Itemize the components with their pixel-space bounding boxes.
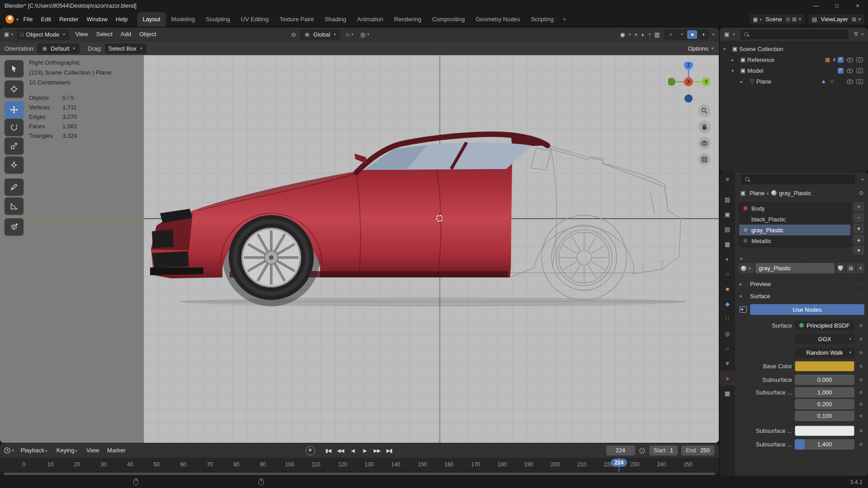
workspace-tab-compositing[interactable]: Compositing bbox=[427, 12, 470, 27]
workspace-tab-texture-paint[interactable]: Texture Paint bbox=[274, 12, 319, 27]
camera-view-button[interactable] bbox=[698, 137, 711, 150]
decorator-dot[interactable] bbox=[857, 351, 864, 354]
menu-edit[interactable]: Edit bbox=[37, 14, 55, 25]
jump-to-start-button[interactable]: ▮◀ bbox=[323, 445, 334, 456]
properties-tab-tool[interactable]: ▨ bbox=[720, 192, 735, 207]
disable-render-icon[interactable] bbox=[856, 68, 863, 73]
outliner-search-input[interactable] bbox=[741, 29, 849, 39]
subsurface-ior-slider[interactable]: 1.400 bbox=[795, 439, 854, 450]
transform-orientation-dropdown[interactable]: ⊕ Global ▾ bbox=[300, 29, 340, 40]
properties-tab-object[interactable]: ■ bbox=[720, 282, 735, 296]
tool-add-cube-button[interactable] bbox=[5, 218, 24, 235]
auto-keying-toggle[interactable] bbox=[306, 446, 315, 455]
add-slot-button[interactable]: + bbox=[853, 202, 864, 211]
timeline-scrollbar[interactable] bbox=[0, 472, 719, 476]
decorator-dot[interactable] bbox=[857, 429, 864, 432]
disable-render-icon[interactable] bbox=[856, 57, 863, 62]
shading-rendered-button[interactable]: ◑ bbox=[698, 30, 708, 39]
previous-keyframe-button[interactable]: ◀◀ bbox=[335, 445, 346, 456]
tool-move-button[interactable] bbox=[5, 101, 24, 118]
new-material-button[interactable]: ⊞ bbox=[846, 263, 855, 273]
use-nodes-button[interactable]: Use Nodes bbox=[750, 304, 864, 315]
material-slot-body[interactable]: Body bbox=[739, 203, 850, 214]
tool-cursor-3d-button[interactable] bbox=[5, 80, 24, 98]
pan-hand-button[interactable] bbox=[698, 121, 711, 133]
subsurface-radius-z[interactable]: 0.100 bbox=[795, 411, 854, 421]
toggle-ortho-button[interactable] bbox=[698, 153, 711, 166]
properties-tab-scene[interactable]: ◐ bbox=[720, 252, 735, 267]
properties-tab-world[interactable]: ○ bbox=[720, 267, 735, 282]
workspace-tab-animation[interactable]: Animation bbox=[352, 12, 389, 27]
hide-eye-icon[interactable] bbox=[846, 56, 854, 63]
mode-dropdown[interactable]: □ Object Mode ▾ bbox=[17, 29, 70, 40]
menu-file[interactable]: File bbox=[19, 14, 37, 25]
timeline-menu-marker[interactable]: Marker bbox=[103, 445, 129, 456]
tool-measure-button[interactable] bbox=[5, 197, 24, 215]
properties-tab-constraints[interactable]: ○ bbox=[720, 341, 735, 356]
list-resize-grip[interactable]: ▸ ∷∷ bbox=[739, 255, 864, 261]
viewlayer-selector[interactable]: ▤ ViewLayer ⊞ × bbox=[809, 14, 864, 24]
hide-eye-icon[interactable] bbox=[846, 67, 854, 74]
shading-solid-button[interactable]: ◔ bbox=[676, 30, 686, 39]
subsurface-slider[interactable]: 0.000 bbox=[795, 375, 854, 385]
viewport-menu-add[interactable]: Add bbox=[117, 29, 135, 40]
workspace-tab-layout[interactable]: Layout bbox=[137, 12, 166, 27]
material-slot-gray-plastic[interactable]: gray_Plastic bbox=[739, 225, 850, 235]
toggle-xray-button[interactable]: ▥ bbox=[653, 31, 660, 38]
end-frame-field[interactable]: End 250 bbox=[681, 446, 714, 455]
start-frame-field[interactable]: Start 1 bbox=[649, 446, 678, 455]
material-slot-metallic[interactable]: Metallic bbox=[739, 235, 850, 246]
viewport-menu-object[interactable]: Object bbox=[135, 29, 160, 40]
distribution-dropdown[interactable]: GGX ▾ bbox=[795, 334, 854, 344]
decorator-dot[interactable] bbox=[857, 324, 864, 327]
properties-tab-output[interactable]: ▤ bbox=[720, 222, 735, 237]
current-frame-field[interactable]: 224 bbox=[606, 446, 635, 455]
subsurface-radius-y[interactable]: 0.200 bbox=[795, 399, 854, 409]
minimize-button[interactable]: — bbox=[806, 0, 826, 12]
timeline-menu-keying[interactable]: Keying▾ bbox=[52, 445, 82, 456]
show-overlays-dropdown[interactable]: ◐ bbox=[641, 31, 646, 38]
new-scene-button[interactable]: ⊞ bbox=[791, 16, 797, 23]
disclosure-icon[interactable]: ▾ bbox=[723, 47, 731, 52]
properties-tab-view-layer[interactable]: ▦ bbox=[720, 237, 735, 252]
workspace-tab-shading[interactable]: Shading bbox=[319, 12, 352, 27]
use-preview-range-icon[interactable] bbox=[639, 447, 646, 454]
workspace-tab-modeling[interactable]: Modeling bbox=[166, 12, 201, 27]
viewport-canvas[interactable]: Right Orthographic (224) Scene Collectio… bbox=[0, 55, 719, 443]
decorator-dot[interactable] bbox=[857, 391, 864, 394]
play-button[interactable]: ▶ bbox=[359, 445, 370, 456]
add-workspace-button[interactable]: + bbox=[559, 12, 570, 27]
properties-tab-physics[interactable]: ◎ bbox=[720, 326, 735, 341]
unlink-material-button[interactable]: × bbox=[857, 263, 864, 273]
subsurface-color-swatch[interactable] bbox=[795, 426, 854, 436]
drag-dropdown[interactable]: Select Box ▾ bbox=[105, 43, 147, 54]
decorator-dot[interactable] bbox=[857, 378, 864, 381]
exclude-checkbox[interactable] bbox=[838, 68, 844, 74]
pin-scene-icon[interactable]: ⊙ bbox=[785, 16, 791, 23]
workspace-tab-sculpting[interactable]: Sculpting bbox=[200, 12, 235, 27]
properties-tab-texture[interactable]: ▩ bbox=[720, 386, 735, 401]
decorator-dot[interactable] bbox=[857, 365, 864, 368]
outliner-row-reference[interactable]: ▸ ▣ Reference ▦ 4 bbox=[720, 54, 868, 65]
next-keyframe-button[interactable]: ▶▶ bbox=[372, 445, 382, 456]
object-visibility-dropdown[interactable]: ◉ bbox=[619, 31, 626, 38]
decorator-dot[interactable] bbox=[857, 443, 864, 446]
workspace-tab-uv-editing[interactable]: UV Editing bbox=[236, 12, 274, 27]
remove-slot-button[interactable]: − bbox=[853, 213, 864, 222]
material-slot-black-plastic[interactable]: black_Plastic bbox=[739, 214, 850, 225]
editor-type-3d-viewport-icon[interactable]: ▣ bbox=[3, 31, 10, 38]
timeline-ruler[interactable]: 224 010203040506070809010011012013014015… bbox=[0, 458, 719, 472]
breadcrumb-material[interactable]: gray_Plastic bbox=[779, 190, 811, 197]
navigation-gizmo[interactable]: Z X Y bbox=[668, 62, 710, 105]
properties-tab-data[interactable]: ▼ bbox=[720, 356, 735, 371]
viewport-menu-select[interactable]: Select bbox=[92, 29, 117, 40]
snap-dropdown[interactable]: ∩ ▾ bbox=[344, 31, 355, 38]
decorator-dot[interactable] bbox=[857, 338, 864, 341]
panel-surface[interactable]: ▾ Surface ∷∷ bbox=[735, 290, 868, 301]
properties-tab-render[interactable]: ▣ bbox=[720, 207, 735, 222]
breadcrumb-object[interactable]: Plane bbox=[750, 190, 764, 197]
workspace-tab-geometry-nodes[interactable]: Geometry Nodes bbox=[470, 12, 525, 27]
properties-tab-modifiers[interactable]: ◆ bbox=[720, 296, 735, 311]
workspace-tab-rendering[interactable]: Rendering bbox=[389, 12, 427, 27]
browse-material-dropdown[interactable]: ▾ bbox=[739, 263, 754, 273]
